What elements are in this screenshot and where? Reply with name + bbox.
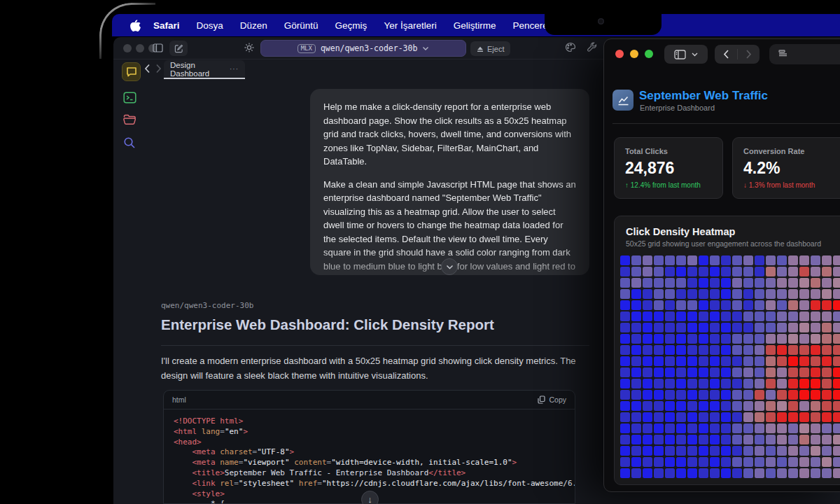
heatmap-cell[interactable] bbox=[710, 435, 720, 444]
heatmap-cell[interactable] bbox=[743, 334, 753, 344]
heatmap-cell[interactable] bbox=[743, 312, 753, 321]
heatmap-cell[interactable] bbox=[665, 312, 675, 321]
heatmap-cell[interactable] bbox=[710, 379, 720, 388]
heatmap-cell[interactable] bbox=[643, 390, 652, 400]
heatmap-cell[interactable] bbox=[676, 379, 686, 388]
heatmap-cell[interactable] bbox=[822, 312, 832, 321]
heatmap-cell[interactable] bbox=[620, 457, 630, 467]
heatmap-cell[interactable] bbox=[676, 255, 686, 265]
heatmap-cell[interactable] bbox=[743, 446, 753, 456]
heatmap-cell[interactable] bbox=[732, 457, 742, 467]
heatmap-cell[interactable] bbox=[710, 356, 720, 366]
heatmap-cell[interactable] bbox=[743, 267, 753, 276]
heatmap-cell[interactable] bbox=[643, 255, 652, 265]
model-selector[interactable]: MLX qwen/qwen3-coder-30b bbox=[260, 40, 466, 57]
heatmap-cell[interactable] bbox=[699, 300, 708, 310]
heatmap-cell[interactable] bbox=[699, 267, 708, 276]
heatmap-cell[interactable] bbox=[788, 390, 798, 400]
heatmap-cell[interactable] bbox=[643, 278, 652, 288]
heatmap-cell[interactable] bbox=[833, 390, 840, 400]
copy-code-button[interactable]: Copy bbox=[538, 396, 566, 404]
heatmap-cell[interactable] bbox=[676, 278, 686, 288]
heatmap-cell[interactable] bbox=[732, 255, 742, 265]
heatmap-cell[interactable] bbox=[654, 356, 664, 366]
heatmap-cell[interactable] bbox=[732, 345, 742, 355]
heatmap-cell[interactable] bbox=[699, 255, 708, 265]
heatmap-cell[interactable] bbox=[732, 401, 742, 411]
heatmap-cell[interactable] bbox=[665, 300, 675, 310]
heatmap-cell[interactable] bbox=[643, 446, 652, 456]
heatmap-cell[interactable] bbox=[620, 412, 630, 422]
heatmap-cell[interactable] bbox=[710, 267, 720, 276]
heatmap-cell[interactable] bbox=[732, 267, 742, 276]
heatmap-cell[interactable] bbox=[766, 312, 776, 321]
heatmap-cell[interactable] bbox=[777, 457, 787, 467]
heatmap-cell[interactable] bbox=[788, 435, 798, 444]
heatmap-cell[interactable] bbox=[822, 424, 832, 433]
heatmap-cell[interactable] bbox=[766, 289, 776, 299]
heatmap-cell[interactable] bbox=[766, 267, 776, 276]
close-window-button[interactable] bbox=[615, 50, 624, 58]
heatmap-cell[interactable] bbox=[799, 300, 809, 310]
heatmap-cell[interactable] bbox=[788, 255, 798, 265]
heatmap-cell[interactable] bbox=[620, 312, 630, 321]
heatmap-cell[interactable] bbox=[687, 446, 697, 456]
heatmap-cell[interactable] bbox=[777, 446, 787, 456]
heatmap-cell[interactable] bbox=[643, 334, 652, 344]
heatmap-cell[interactable] bbox=[732, 300, 742, 310]
forward-button[interactable] bbox=[738, 50, 760, 59]
heatmap-cell[interactable] bbox=[811, 424, 820, 433]
heatmap-cell[interactable] bbox=[811, 334, 820, 344]
heatmap-cell[interactable] bbox=[710, 390, 720, 400]
heatmap-cell[interactable] bbox=[766, 424, 776, 433]
heatmap-cell[interactable] bbox=[788, 323, 798, 332]
heatmap-cell[interactable] bbox=[665, 345, 675, 355]
heatmap-cell[interactable] bbox=[665, 412, 675, 422]
heatmap-cell[interactable] bbox=[687, 435, 697, 444]
heatmap-cell[interactable] bbox=[643, 435, 652, 444]
heatmap-cell[interactable] bbox=[811, 412, 820, 422]
eject-model-button[interactable]: Eject bbox=[470, 41, 510, 56]
heatmap-cell[interactable] bbox=[822, 267, 832, 276]
heatmap-cell[interactable] bbox=[766, 356, 776, 366]
heatmap-cell[interactable] bbox=[766, 345, 776, 355]
minimize-window-button[interactable] bbox=[630, 50, 638, 58]
heatmap-cell[interactable] bbox=[721, 334, 731, 344]
heatmap-cell[interactable] bbox=[721, 289, 731, 299]
heatmap-cell[interactable] bbox=[710, 424, 720, 433]
zoom-window-button[interactable] bbox=[645, 50, 653, 58]
heatmap-cell[interactable] bbox=[676, 323, 686, 332]
menu-item-dosya[interactable]: Dosya bbox=[188, 20, 232, 31]
heatmap-cell[interactable] bbox=[822, 379, 832, 388]
address-bar[interactable] bbox=[769, 44, 840, 64]
heatmap-cell[interactable] bbox=[687, 312, 697, 321]
heatmap-cell[interactable] bbox=[699, 446, 708, 456]
heatmap-cell[interactable] bbox=[676, 424, 686, 433]
heatmap-cell[interactable] bbox=[687, 289, 697, 299]
minimize-window-button[interactable] bbox=[136, 44, 144, 52]
heatmap-cell[interactable] bbox=[777, 323, 787, 332]
heatmap-cell[interactable] bbox=[732, 412, 742, 422]
heatmap-cell[interactable] bbox=[822, 278, 832, 288]
heatmap-cell[interactable] bbox=[687, 345, 697, 355]
heatmap-cell[interactable] bbox=[654, 368, 664, 377]
heatmap-cell[interactable] bbox=[654, 435, 664, 444]
heatmap-cell[interactable] bbox=[654, 267, 664, 276]
heatmap-cell[interactable] bbox=[721, 457, 731, 467]
heatmap-cell[interactable] bbox=[631, 401, 641, 411]
heatmap-cell[interactable] bbox=[743, 300, 753, 310]
heatmap-cell[interactable] bbox=[822, 390, 832, 400]
heatmap-cell[interactable] bbox=[755, 356, 764, 366]
heatmap-cell[interactable] bbox=[732, 424, 742, 433]
heatmap-cell[interactable] bbox=[676, 289, 686, 299]
heatmap-cell[interactable] bbox=[755, 424, 764, 433]
heatmap-cell[interactable] bbox=[643, 424, 652, 433]
heatmap-cell[interactable] bbox=[721, 356, 731, 366]
heatmap-cell[interactable] bbox=[766, 334, 776, 344]
heatmap-cell[interactable] bbox=[788, 457, 798, 467]
heatmap-cell[interactable] bbox=[654, 446, 664, 456]
heatmap-cell[interactable] bbox=[643, 323, 652, 332]
heatmap-cell[interactable] bbox=[732, 468, 742, 478]
menu-item-goruntu[interactable]: Görüntü bbox=[276, 20, 327, 31]
heatmap-cell[interactable] bbox=[799, 267, 809, 276]
